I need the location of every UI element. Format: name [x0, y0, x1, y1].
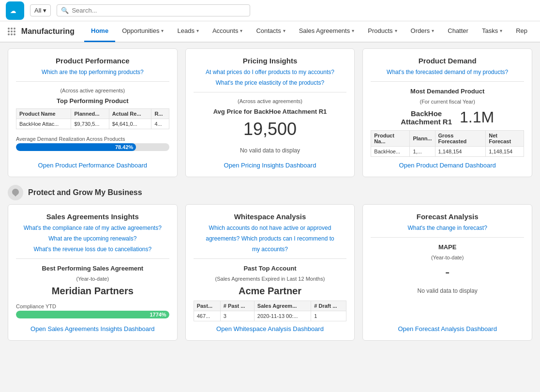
sa-section-title: Best Performing Sales Agreement	[16, 265, 169, 272]
sa-compliance-label: Compliance YTD	[16, 303, 169, 309]
table-row: BackHoe... 1,... 1,148,154 1,148,154	[371, 147, 524, 157]
sa-progress-container: Compliance YTD 1774%	[16, 303, 169, 318]
fa-mape-value: -	[371, 264, 524, 280]
pd-most-demanded-label: Most Demanded Product	[371, 88, 524, 95]
pd-table: Product Na... Plann... Gross Forecasted …	[371, 130, 524, 157]
search-icon: 🔍	[61, 7, 69, 14]
sa-section-note: (Year-to-date)	[16, 276, 169, 282]
chevron-down-icon: ▾	[395, 28, 397, 33]
svg-point-6	[11, 30, 13, 32]
chevron-down-icon: ▾	[500, 28, 502, 33]
section1-grid: Product Performance Which are the top pe…	[8, 48, 532, 177]
pd-td-1: 1,...	[410, 147, 435, 157]
fa-subtitle1: What's the change in forecast?	[371, 225, 524, 231]
main-content: Product Performance Which are the top pe…	[0, 43, 540, 354]
pp-th-3: R...	[151, 109, 169, 119]
pd-link[interactable]: Open Product Demand Dashboard	[371, 162, 524, 169]
pd-td-0: BackHoe...	[371, 147, 410, 157]
pi-subtitle1: At what prices do I offer products to my…	[194, 69, 347, 75]
chevron-down-icon: ▾	[43, 7, 46, 14]
svg-point-3	[11, 28, 13, 30]
search-input[interactable]	[72, 7, 246, 14]
wa-th-1: # Past ...	[220, 301, 254, 311]
all-label: All	[34, 7, 41, 14]
pp-subtitle1: Which are the top performing products?	[16, 69, 169, 75]
pd-th-1: Plann...	[410, 131, 435, 147]
nav-accounts[interactable]: Accounts▾	[206, 21, 249, 42]
nav-rep[interactable]: Rep	[509, 21, 534, 42]
pp-divider	[16, 81, 169, 82]
all-dropdown[interactable]: All ▾	[30, 4, 51, 16]
fa-link[interactable]: Open Forecast Analysis Dashboard	[371, 325, 524, 332]
nav-orders[interactable]: Orders▾	[404, 21, 441, 42]
pd-title: Product Demand	[371, 57, 524, 65]
pd-th-2: Gross Forecasted	[435, 131, 486, 147]
section2-grid: Sales Agreements Insights What's the com…	[8, 204, 532, 341]
wa-td-0: 467...	[194, 311, 220, 321]
pi-subtitle2: What's the price elasticity of the produ…	[194, 79, 347, 86]
salesforce-logo[interactable]: ☁	[6, 1, 24, 20]
pp-progress-container: Average Demand Realization Across Produc…	[16, 136, 169, 151]
nav-tasks[interactable]: Tasks▾	[475, 21, 509, 42]
wa-td-2: 2020-11-13 00:...	[254, 311, 311, 321]
fa-no-data: No valid data to display	[371, 284, 524, 298]
nav-contacts[interactable]: Contacts▾	[249, 21, 292, 42]
pd-most-demanded-name: BackHoe Attachment R1	[401, 109, 452, 126]
pi-link[interactable]: Open Pricing Insights Dashboard	[194, 162, 347, 169]
wa-link[interactable]: Open Whitespace Analysis Dashboard	[194, 325, 347, 332]
sales-agreements-card: Sales Agreements Insights What's the com…	[8, 204, 178, 341]
wa-past-note: (Sales Agreements Expired in Last 12 Mon…	[194, 276, 347, 282]
svg-point-9	[11, 33, 13, 35]
chevron-down-icon: ▾	[283, 28, 285, 33]
pd-demand-inline: BackHoe Attachment R1 1.1M	[371, 108, 524, 126]
chevron-down-icon: ▾	[240, 28, 242, 33]
chevron-down-icon: ▾	[161, 28, 164, 33]
pp-th-0: Product Name	[16, 109, 71, 119]
pp-progress-text: 78.42%	[115, 144, 133, 150]
pricing-insights-card: Pricing Insights At what prices do I off…	[185, 48, 355, 177]
chevron-down-icon: ▾	[432, 28, 434, 33]
nav-bar: Manufacturing Home Opportunities▾ Leads▾…	[0, 21, 540, 43]
pp-note1: (Across active agreements)	[16, 88, 169, 93]
app-dots-icon[interactable]	[6, 25, 17, 38]
wa-past-name: Acme Partner	[194, 286, 347, 297]
sa-divider	[16, 258, 169, 259]
pi-divider	[194, 92, 347, 92]
nav-home[interactable]: Home	[84, 21, 115, 42]
wa-subtitle1: Which accounts do not have active or app…	[194, 225, 347, 231]
pp-progress-label: Average Demand Realization Across Produc…	[16, 136, 169, 142]
pp-td-3: 4...	[151, 119, 169, 129]
svg-point-2	[8, 28, 10, 30]
pp-progress-bg: 78.42%	[16, 143, 169, 151]
pi-avg-value: 19,500	[194, 119, 347, 139]
nav-opportunities[interactable]: Opportunities▾	[115, 21, 170, 42]
pd-most-demanded-value: 1.1M	[460, 108, 494, 126]
pi-note1: (Across active agreements)	[194, 98, 347, 104]
nav-leads[interactable]: Leads▾	[170, 21, 205, 42]
sa-progress-fill: 1774%	[16, 311, 169, 318]
wa-th-3: # Draft ...	[311, 301, 346, 311]
section2-header: Protect and Grow My Business	[8, 185, 532, 200]
pd-th-3: Net Forecast	[486, 131, 524, 147]
chevron-down-icon: ▾	[196, 28, 199, 33]
sa-progress-bg: 1774%	[16, 311, 169, 318]
nav-sales-agreements[interactable]: Sales Agreements▾	[292, 21, 361, 42]
search-bar[interactable]: 🔍	[57, 4, 250, 16]
pp-progress-fill: 78.42%	[16, 143, 136, 151]
pp-section-title: Top Performing Product	[16, 97, 169, 105]
sa-link[interactable]: Open Sales Agreements Insights Dashboard	[16, 325, 169, 332]
wa-subtitle3: my accounts?	[194, 246, 347, 253]
fa-title: Forecast Analysis	[371, 212, 524, 221]
pp-link[interactable]: Open Product Performance Dashboard	[16, 162, 169, 169]
wa-table: Past... # Past ... Sales Agreem... # Dra…	[194, 301, 347, 321]
pd-most-demanded-note: (For current fiscal Year)	[371, 99, 524, 105]
pd-divider	[371, 81, 524, 82]
fa-divider	[371, 237, 524, 238]
nav-chatter[interactable]: Chatter	[441, 21, 475, 42]
pp-table: Product Name Planned... Actual Re... R..…	[16, 108, 169, 129]
sa-subtitle2: What are the upcoming renewals?	[16, 235, 169, 242]
table-row: 467... 3 2020-11-13 00:... 1	[194, 311, 346, 321]
wa-th-0: Past...	[194, 301, 220, 311]
nav-products[interactable]: Products▾	[361, 21, 404, 42]
wa-th-2: Sales Agreem...	[254, 301, 311, 311]
